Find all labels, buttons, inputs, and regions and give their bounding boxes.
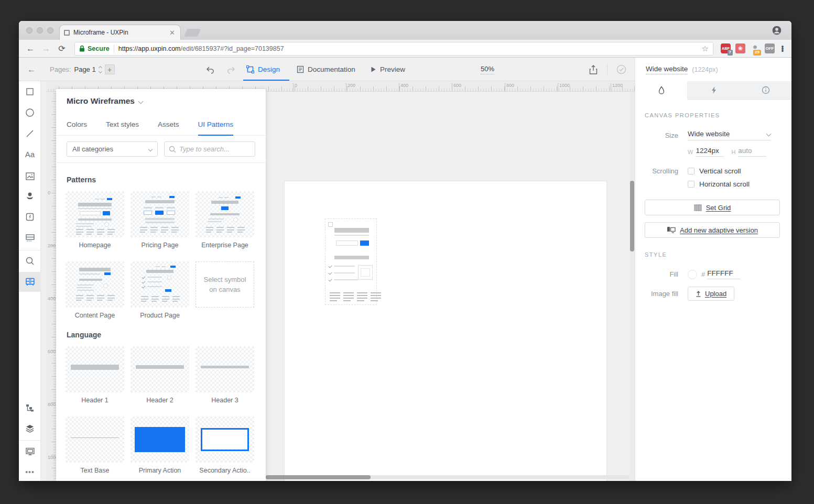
pattern-thumbnail-homepage[interactable] [66, 191, 124, 237]
pattern-item[interactable]: Content Page [66, 261, 124, 319]
off-extension-icon[interactable]: OFF [765, 43, 775, 53]
tab-preview[interactable]: Preview [371, 58, 405, 81]
tab-documentation[interactable]: Documentation [297, 58, 355, 81]
pattern-thumbnail-header2[interactable] [131, 346, 189, 392]
tab-assets[interactable]: Assets [158, 113, 179, 135]
close-window-button[interactable] [26, 27, 32, 34]
category-dropdown[interactable]: All categories [67, 141, 158, 157]
pattern-item[interactable]: Text Base [66, 417, 124, 474]
window-controls[interactable] [26, 27, 53, 34]
pattern-item[interactable]: Primary Action [131, 417, 189, 474]
pattern-item[interactable]: Header 3 [196, 346, 254, 404]
pattern-item[interactable]: Secondary Actio.. [196, 417, 254, 474]
pattern-thumbnail-product[interactable] [131, 261, 189, 308]
chrome-menu-icon[interactable]: ••• [779, 46, 786, 52]
tab-close-icon[interactable]: ✕ [168, 28, 176, 37]
minimize-window-button[interactable] [37, 27, 43, 34]
pattern-item[interactable]: Header 1 [66, 346, 124, 404]
bookmark-star-icon[interactable]: ☆ [702, 44, 709, 53]
pattern-item[interactable]: Pricing Page [131, 191, 189, 249]
library-title[interactable]: Micro Wireframes [67, 96, 135, 106]
layers-tool[interactable] [19, 419, 41, 439]
page-sort-icon[interactable] [99, 67, 102, 73]
adaptive-version-name[interactable]: Wide website [646, 65, 688, 74]
tab-design[interactable]: Design [246, 58, 280, 81]
line-tool[interactable] [19, 124, 41, 144]
properties-tabs [635, 81, 791, 100]
select-symbol-item[interactable]: Select symbol on canvas [196, 261, 254, 319]
refresh-icon[interactable]: ⟳ [56, 42, 68, 55]
vertical-scrollbar-track[interactable] [630, 92, 635, 481]
back-icon[interactable]: ← [24, 42, 37, 55]
horizontal-scrollbar-track[interactable] [266, 475, 630, 479]
pattern-thumbnail-content[interactable] [66, 261, 124, 308]
add-adaptive-version-button[interactable]: Add new adaptive version [645, 222, 780, 238]
text-tool[interactable]: Aa [19, 144, 41, 164]
vertical-scrollbar-thumb[interactable] [630, 181, 634, 251]
more-tools-button[interactable]: ••• [19, 462, 41, 481]
pattern-item[interactable]: Header 2 [131, 346, 189, 404]
width-input[interactable] [696, 147, 724, 157]
tab-text-styles[interactable]: Text styles [106, 113, 139, 135]
tab-info[interactable] [740, 81, 791, 100]
upload-button[interactable]: Upload [688, 287, 734, 301]
size-dropdown[interactable]: Wide website [688, 130, 770, 140]
share-button[interactable] [589, 58, 598, 81]
pattern-item[interactable]: Homepage [66, 191, 124, 249]
search-input[interactable] [179, 145, 251, 153]
set-grid-button[interactable]: Set Grid [645, 200, 780, 215]
redo-icon[interactable] [226, 65, 236, 74]
canvas-workspace[interactable]: 0 200 400 600 800 1000 1200 0 200 400 60… [41, 81, 635, 481]
pattern-item[interactable]: Enterprise Page [196, 191, 254, 249]
interactions-tool[interactable] [19, 207, 41, 227]
rectangle-tool[interactable] [19, 82, 41, 102]
tab-interactions[interactable] [688, 81, 740, 100]
undo-icon[interactable] [205, 65, 215, 74]
url-text[interactable]: https://app.uxpin.com/edit/6815937#?id_p… [118, 45, 284, 52]
preview-screen-tool[interactable] [19, 441, 41, 461]
fill-color-swatch[interactable] [688, 270, 697, 279]
image-tool[interactable] [19, 166, 41, 186]
pattern-thumbnail-header1[interactable] [66, 346, 124, 392]
pattern-search[interactable] [164, 141, 255, 157]
fill-hex-input[interactable] [707, 269, 741, 279]
horizontal-scrollbar-thumb[interactable] [266, 475, 371, 479]
placed-homepage-symbol[interactable] [325, 218, 377, 305]
select-symbol-placeholder[interactable]: Select symbol on canvas [196, 261, 254, 308]
profile-avatar-icon[interactable] [772, 25, 782, 36]
pattern-thumbnail-secondary-action[interactable] [196, 417, 254, 463]
library-content[interactable]: Patterns [56, 163, 266, 481]
pattern-thumbnail-primary-action[interactable] [131, 417, 189, 463]
forms-tool[interactable] [19, 228, 41, 248]
pattern-thumbnail-enterprise[interactable] [196, 191, 254, 237]
exit-editor-button[interactable]: ← [27, 58, 36, 81]
tab-colors[interactable]: Colors [67, 113, 87, 135]
zoom-window-button[interactable] [47, 27, 53, 34]
page-selector[interactable]: Page 1 [74, 65, 95, 73]
library-chevron-down-icon[interactable] [138, 98, 143, 104]
ellipse-tool[interactable] [19, 103, 41, 123]
patterns-library-tool[interactable] [19, 272, 41, 292]
pattern-item[interactable]: Product Page [131, 261, 189, 319]
height-input[interactable] [738, 147, 766, 157]
tab-properties[interactable] [635, 81, 688, 100]
pattern-thumbnail-textbase[interactable] [66, 417, 124, 463]
zoom-control[interactable]: 50% [481, 58, 494, 81]
horizontal-scroll-checkbox[interactable] [688, 181, 694, 188]
browser-tab[interactable]: Microframe - UXPin ✕ [59, 25, 181, 40]
add-page-button[interactable]: + [105, 64, 115, 74]
adblock-extension-icon[interactable]: ABP7 [721, 43, 731, 53]
counter-extension-icon[interactable]: ☻29 [750, 43, 760, 53]
pink-extension-icon[interactable]: ❀ [735, 43, 745, 53]
pattern-thumbnail-header3[interactable] [196, 346, 254, 392]
tab-ui-patterns[interactable]: UI Patterns [198, 113, 234, 135]
search-tool[interactable] [19, 251, 41, 271]
address-bar[interactable]: Secure https://app.uxpin.com/edit/681593… [74, 42, 713, 56]
icons-tool[interactable] [19, 186, 41, 206]
forward-icon[interactable]: → [40, 42, 52, 55]
new-tab-button[interactable] [184, 29, 201, 37]
pattern-thumbnail-pricing[interactable] [131, 191, 189, 237]
sitemap-tool[interactable] [19, 398, 41, 418]
adaptive-version-header[interactable]: Wide website (1224px) [635, 58, 791, 81]
vertical-scroll-checkbox[interactable] [688, 168, 694, 174]
